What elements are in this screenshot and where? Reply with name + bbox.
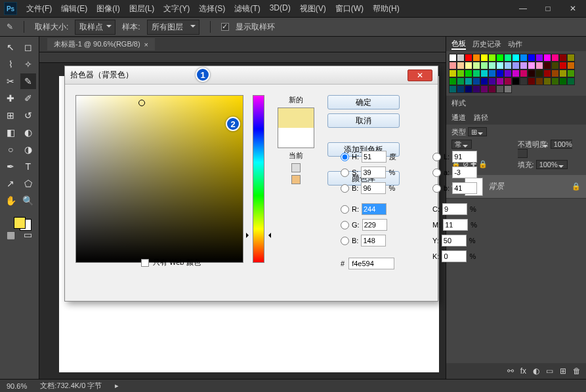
dialog-titlebar[interactable]: 拾色器（背景色） ✕ <box>65 66 438 85</box>
swatch-item[interactable] <box>457 62 465 69</box>
swatch-item[interactable] <box>535 77 543 85</box>
brush-tool[interactable]: ✐ <box>20 90 37 106</box>
g-input[interactable] <box>362 219 387 231</box>
websafe-swatch[interactable] <box>291 175 301 184</box>
swatch-item[interactable] <box>449 85 457 93</box>
swatch-item[interactable] <box>457 54 465 62</box>
swatch-item[interactable] <box>528 62 535 69</box>
swatch-item[interactable] <box>551 69 559 77</box>
swatch-item[interactable] <box>543 69 551 77</box>
menu-type[interactable]: 文字(Y) <box>163 3 190 14</box>
new-layer-icon[interactable]: ⊞ <box>560 366 566 376</box>
bb-input[interactable] <box>361 235 386 246</box>
sample-dropdown[interactable]: 所有图层 <box>147 20 199 35</box>
swatch-item[interactable] <box>528 77 535 85</box>
c-input[interactable] <box>442 203 467 215</box>
swatch-item[interactable] <box>512 54 520 62</box>
swatch-item[interactable] <box>496 54 504 62</box>
swatch-item[interactable] <box>559 77 567 85</box>
dialog-close-button[interactable]: ✕ <box>408 69 432 81</box>
menu-file[interactable]: 文件(F) <box>26 3 52 14</box>
swatch-item[interactable] <box>465 77 472 85</box>
m-input[interactable] <box>443 219 468 231</box>
swatch-item[interactable] <box>551 62 559 69</box>
swatch-item[interactable] <box>543 62 551 69</box>
swatch-item[interactable] <box>551 54 559 62</box>
swatch-item[interactable] <box>480 62 488 69</box>
close-button[interactable]: ✕ <box>564 3 582 14</box>
zoom-tool[interactable]: 🔍 <box>20 193 37 208</box>
bb-radio[interactable] <box>341 237 349 245</box>
swatch-item[interactable] <box>504 77 512 85</box>
swatch-item[interactable] <box>512 77 520 85</box>
a-radio[interactable] <box>432 168 441 177</box>
bv-radio[interactable] <box>341 184 349 193</box>
pen-tool[interactable]: ✒ <box>3 159 19 174</box>
type-tool[interactable]: T <box>20 159 37 174</box>
tab-styles[interactable]: 样式 <box>451 98 466 108</box>
swatch-item[interactable] <box>496 77 504 85</box>
blend-mode-dropdown[interactable]: 常 <box>451 140 472 149</box>
swatch-item[interactable] <box>528 69 535 77</box>
swatch-item[interactable] <box>528 54 535 62</box>
swatch-item[interactable] <box>449 77 457 85</box>
maximize-button[interactable]: □ <box>539 3 557 14</box>
b-radio[interactable] <box>432 184 441 193</box>
sample-size-dropdown[interactable]: 取样点 <box>75 20 115 35</box>
swatch-item[interactable] <box>488 69 496 77</box>
swatch-item[interactable] <box>449 54 457 62</box>
swatch-item[interactable] <box>480 77 488 85</box>
swatch-item[interactable] <box>472 85 480 93</box>
crop-tool[interactable]: ✂ <box>3 73 19 89</box>
tab-history[interactable]: 历史记录 <box>472 39 501 49</box>
shape-tool[interactable]: ⬠ <box>20 176 37 191</box>
swatch-item[interactable] <box>512 69 520 77</box>
swatch-item[interactable] <box>559 69 567 77</box>
eyedropper-tool[interactable]: ✎ <box>20 73 37 89</box>
swatch-item[interactable] <box>543 54 551 62</box>
saturation-field[interactable] <box>75 95 243 263</box>
swatch-item[interactable] <box>520 77 528 85</box>
swatch-item[interactable] <box>449 69 457 77</box>
tab-close-icon[interactable]: × <box>144 41 148 49</box>
cube-icon[interactable] <box>291 163 301 172</box>
blur-tool[interactable]: ○ <box>3 142 19 157</box>
layer-name[interactable]: 背景 <box>488 181 504 192</box>
swatch-item[interactable] <box>472 77 480 85</box>
menu-3d[interactable]: 3D(D) <box>270 3 291 14</box>
swatch-item[interactable] <box>465 62 472 69</box>
swatch-item[interactable] <box>488 62 496 69</box>
menu-edit[interactable]: 编辑(E) <box>61 3 87 14</box>
swatch-item[interactable] <box>496 69 504 77</box>
swatch-item[interactable] <box>496 85 504 93</box>
swatch-item[interactable] <box>480 54 488 62</box>
fill-input[interactable]: 100% <box>536 160 568 169</box>
swatch-item[interactable] <box>504 62 512 69</box>
l-radio[interactable] <box>432 153 441 161</box>
swatch-item[interactable] <box>457 77 465 85</box>
bv-input[interactable] <box>361 182 386 194</box>
saturation-marker[interactable] <box>138 100 145 106</box>
fx-icon[interactable]: fx <box>520 366 526 376</box>
status-arrow-icon[interactable]: ▸ <box>115 382 119 390</box>
trash-icon[interactable]: 🗑 <box>573 366 581 376</box>
h-input[interactable] <box>362 151 387 163</box>
zoom-value[interactable]: 90.6% <box>7 382 27 390</box>
swatch-item[interactable] <box>543 77 551 85</box>
heal-tool[interactable]: ✚ <box>3 90 19 106</box>
menu-image[interactable]: 图像(I) <box>96 3 119 14</box>
swatch-item[interactable] <box>465 85 472 93</box>
swatch-item[interactable] <box>567 77 575 85</box>
marquee-tool[interactable]: ◻ <box>20 39 37 55</box>
menu-window[interactable]: 窗口(W) <box>335 3 364 14</box>
swatch-item[interactable] <box>567 69 575 77</box>
swatches-grid[interactable] <box>446 51 586 96</box>
layer-kind-dropdown[interactable]: ⊞ <box>468 127 487 136</box>
s-radio[interactable] <box>341 168 349 177</box>
swatch-item[interactable] <box>504 69 512 77</box>
move-tool[interactable]: ↖ <box>3 39 19 55</box>
l-input[interactable] <box>452 151 477 163</box>
hand-tool[interactable]: ✋ <box>3 193 19 208</box>
swatch-item[interactable] <box>465 69 472 77</box>
swatch-item[interactable] <box>457 85 465 93</box>
